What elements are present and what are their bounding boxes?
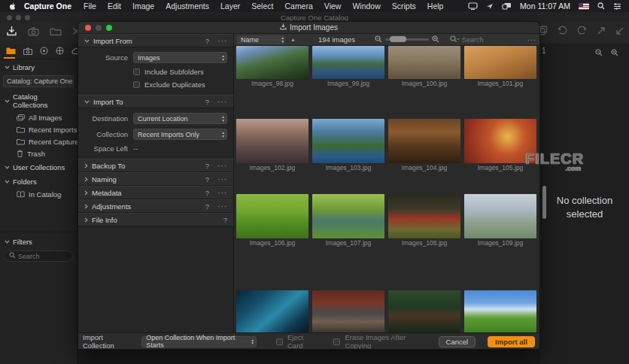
more-options-icon[interactable]: ··· [217,98,227,106]
sort-by-dropdown[interactable]: Name ▴▾ [237,35,285,44]
image-thumbnail[interactable] [236,194,308,238]
sidebar-item-recent-captures[interactable]: Recent Captures [0,135,77,147]
erase-images-checkbox[interactable]: Erase Images After Copying [333,333,432,350]
menu-select[interactable]: Select [251,2,273,11]
checkbox-icon[interactable] [133,68,140,75]
thumb-size-slider[interactable] [385,38,429,41]
import-arrow-icon[interactable] [615,26,624,35]
slider-knob[interactable] [390,36,406,42]
image-thumbnail[interactable] [388,194,460,238]
grid-image-cell[interactable]: Images_107.jpg [312,194,384,248]
image-thumbnail[interactable] [388,46,460,79]
redo-icon[interactable] [577,26,587,35]
tab-library-folder-icon[interactable] [5,46,17,56]
menu-app-name[interactable]: Capture One [24,2,71,11]
section-metadata[interactable]: Metadata ? ··· [78,186,233,199]
tab-capture-camera-icon[interactable] [22,47,34,56]
grid-image-cell[interactable]: Images_109.jpg [464,194,536,248]
grid-image-cell[interactable]: Images_105.jpg [464,119,536,173]
user-collections-header[interactable]: User Collections [0,159,77,174]
image-thumbnail[interactable] [312,194,384,238]
grid-image-cell[interactable]: Images_101.jpg [464,46,536,89]
screen-mirroring-icon[interactable] [468,2,478,10]
help-icon[interactable]: ? [205,202,209,211]
tab-color-icon[interactable] [54,46,65,56]
exclude-duplicates-checkbox[interactable]: Exclude Duplicates [133,80,227,89]
sidebar-search-field[interactable] [4,250,73,262]
image-thumbnail[interactable] [388,119,460,163]
menu-file[interactable]: File [84,2,96,11]
grid-image-cell[interactable]: Images_104.jpg [388,119,460,173]
checkbox-icon[interactable] [133,81,140,88]
import-all-button[interactable]: Import all [488,336,535,347]
destination-dropdown[interactable]: Current Location ▴▾ [133,113,227,124]
image-thumbnail[interactable] [312,290,384,332]
section-naming[interactable]: Naming ? ··· [78,172,233,186]
catalog-selector[interactable]: Catalog: Capture One Ca [3,75,74,87]
more-options-icon[interactable]: ··· [217,202,227,211]
sidebar-item-recent-imports[interactable]: Recent Imports [0,123,77,135]
sidebar-item-in-catalog[interactable]: In Catalog [0,188,77,200]
thumb-zoom-out-icon[interactable] [375,35,382,44]
checkbox-icon[interactable] [276,338,283,345]
section-backup-to[interactable]: Backup To ? ··· [78,159,233,172]
image-thumbnail[interactable] [464,290,536,332]
section-import-from[interactable]: Import From ? ··· [78,34,233,47]
help-icon[interactable]: ? [223,216,227,224]
grid-image-cell[interactable]: Images_98.jpg [236,46,308,89]
browser-zoom-in-icon[interactable] [611,46,618,59]
thumb-zoom-in-icon[interactable] [432,35,439,44]
open-collection-dropdown[interactable]: Open Collection When Import Starts ▴▾ [141,336,257,347]
image-thumbnail[interactable] [464,194,536,238]
grid-image-cell[interactable]: Images_102.jpg [236,119,308,173]
tab-lens-icon[interactable] [38,46,50,56]
browser-search-field[interactable] [450,35,501,44]
browser-search-input[interactable] [462,36,501,44]
grid-image-cell[interactable] [388,290,460,332]
image-thumbnail[interactable] [312,46,384,79]
image-thumbnail[interactable] [236,46,308,79]
export-arrow-icon[interactable] [597,26,606,35]
menu-camera[interactable]: Camera [284,2,312,11]
sort-ascending-icon[interactable]: ▲ [290,37,296,42]
menu-layer[interactable]: Layer [220,2,240,11]
menu-window[interactable]: Window [352,2,380,11]
section-import-to[interactable]: Import To ? ··· [78,95,233,108]
capture-camera-button[interactable] [28,27,39,36]
grid-image-cell[interactable]: Images_108.jpg [388,194,460,248]
more-options-icon[interactable]: ··· [217,175,227,184]
library-section-header[interactable]: Library [0,59,77,74]
control-center-icon[interactable] [613,3,621,10]
sidebar-search-input[interactable] [18,253,62,260]
menu-scripts[interactable]: Scripts [392,2,416,11]
cancel-button[interactable]: Cancel [439,336,476,347]
sidebar-item-all-images[interactable]: All Images [0,111,77,123]
help-icon[interactable]: ? [205,162,209,170]
apple-logo-icon[interactable] [9,2,17,11]
grid-image-cell[interactable]: Images_99.jpg [312,46,384,89]
help-icon[interactable]: ? [205,189,209,197]
help-icon[interactable]: ? [205,98,209,106]
image-thumbnail[interactable] [388,290,460,332]
sidebar-item-trash[interactable]: Trash [0,147,77,159]
include-subfolders-checkbox[interactable]: Include Subfolders [133,68,227,76]
grid-image-cell[interactable] [312,290,384,332]
image-thumbnail[interactable] [236,119,308,163]
help-icon[interactable]: ? [205,37,209,45]
grid-image-cell[interactable] [464,290,536,332]
help-icon[interactable]: ? [205,175,209,184]
eject-card-checkbox[interactable]: Eject Card [276,333,320,350]
more-options-icon[interactable]: ··· [217,189,227,197]
edit-folder-button[interactable] [50,27,62,36]
image-thumbnail[interactable] [464,46,536,79]
checkbox-icon[interactable] [333,338,340,345]
filters-header[interactable]: Filters [0,234,77,248]
grid-image-cell[interactable]: Images_106.jpg [236,194,308,248]
source-dropdown[interactable]: Images ▴▾ [133,52,227,63]
image-thumbnail[interactable] [464,119,536,163]
menu-adjustments[interactable]: Adjustments [166,2,209,11]
displays-icon[interactable] [502,2,512,10]
image-thumbnail[interactable] [312,119,384,163]
menu-view[interactable]: View [324,2,342,11]
undo-icon[interactable] [558,26,567,35]
